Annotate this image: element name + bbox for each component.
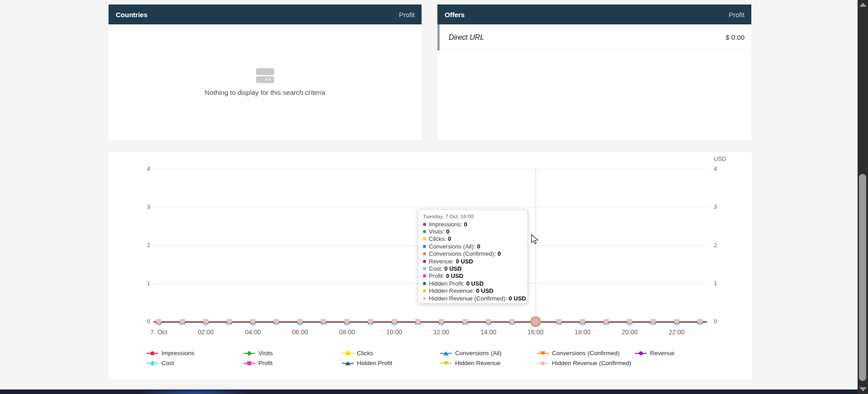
- data-point[interactable]: [227, 319, 232, 324]
- offers-metric-label[interactable]: Profit: [729, 11, 745, 19]
- data-point[interactable]: [650, 319, 656, 324]
- x-axis-tick-label: 14:00: [480, 328, 496, 336]
- tooltip-item: Conversions (Confirmed):0: [423, 250, 523, 258]
- offer-row[interactable]: Direct URL $ 0.00: [437, 24, 751, 51]
- tooltip-item: Hidden Revenue:0 USD: [423, 287, 523, 295]
- legend-square-icon: [346, 351, 350, 355]
- legend-label: Hidden Profit: [357, 360, 392, 366]
- tooltip-item: Revenue:0 USD: [423, 258, 523, 265]
- data-point[interactable]: [462, 319, 468, 324]
- offers-panel-body: Direct URL $ 0.00: [437, 24, 751, 140]
- tooltip-item-label: Cost:: [429, 265, 442, 272]
- chart-panel: USD 44332211007. Oct02:0004:0006:0008:00…: [109, 152, 752, 380]
- tooltip-items: Impressions:0 Visits:0 Clicks:0 Conversi…: [423, 220, 523, 302]
- chart-crosshair: [536, 169, 536, 322]
- legend-item-hidden-revenue[interactable]: Hidden Revenue: [440, 360, 501, 366]
- legend-label: Hidden Revenue (Confirmed): [552, 360, 631, 366]
- tooltip-item: Impressions:0: [423, 220, 523, 228]
- data-point[interactable]: [156, 319, 161, 324]
- offers-panel: Offers Profit Direct URL $ 0.00: [437, 5, 751, 140]
- legend-marker: [537, 350, 549, 356]
- data-point[interactable]: [392, 319, 397, 324]
- legend-tri-down-icon: [443, 361, 449, 365]
- countries-panel-title: Countries: [116, 11, 147, 19]
- legend-item-impressions[interactable]: Impressions: [147, 350, 194, 356]
- legend-label: Profit: [258, 360, 273, 366]
- offers-panel-title: Offers: [445, 11, 465, 19]
- scrollbar-down-arrow-icon[interactable]: [859, 387, 867, 391]
- legend-diamond-icon: [247, 351, 251, 356]
- countries-metric-label[interactable]: Profit: [399, 11, 415, 19]
- legend-item-revenue[interactable]: Revenue: [635, 350, 674, 356]
- legend-marker: [243, 350, 255, 356]
- scrollbar-thumb[interactable]: [859, 174, 866, 381]
- legend-label: Visits: [258, 350, 273, 356]
- tooltip-item-value: 0 USD: [466, 280, 484, 287]
- x-axis-tick-label: 7. Oct: [150, 328, 167, 336]
- series-color-bullet: [423, 252, 426, 255]
- legend-marker: [440, 350, 452, 356]
- legend-label: Revenue: [650, 350, 674, 356]
- data-point[interactable]: [580, 319, 585, 324]
- legend-item-conversions-all[interactable]: Conversions (All): [440, 350, 502, 356]
- data-point[interactable]: [627, 319, 632, 324]
- series-color-bullet: [423, 282, 426, 285]
- offer-name[interactable]: Direct URL: [449, 33, 484, 42]
- tooltip-item-value: 0: [448, 235, 451, 242]
- legend-item-cost[interactable]: Cost: [147, 360, 174, 366]
- tooltip-item-value: 0 USD: [509, 295, 526, 302]
- countries-panel-header: Countries Profit: [109, 5, 422, 24]
- legend-item-clicks[interactable]: Clicks: [342, 350, 373, 356]
- data-point[interactable]: [368, 319, 373, 324]
- tooltip-item-label: Conversions (All):: [429, 243, 475, 250]
- countries-empty-text: Nothing to display for this search crite…: [205, 89, 326, 96]
- data-point[interactable]: [274, 319, 279, 324]
- data-point[interactable]: [697, 319, 703, 324]
- data-point[interactable]: [509, 319, 515, 324]
- data-point[interactable]: [321, 319, 326, 324]
- tooltip-item-label: Visits:: [429, 228, 444, 235]
- data-point[interactable]: [486, 319, 491, 324]
- legend-marker: [537, 360, 549, 366]
- scrollbar-up-arrow-icon[interactable]: [859, 3, 867, 7]
- x-axis-tick-label: 18:00: [574, 328, 590, 336]
- legend-tri-up-icon: [443, 351, 449, 355]
- data-point[interactable]: [415, 319, 421, 324]
- legend-item-conversions-confirmed[interactable]: Conversions (Confirmed): [537, 350, 620, 356]
- series-color-bullet: [423, 267, 426, 270]
- y-axis-tick-label: 3: [714, 203, 717, 210]
- legend-item-profit[interactable]: Profit: [243, 360, 273, 366]
- data-point[interactable]: [344, 319, 350, 324]
- x-axis-tick-label: 16:00: [527, 328, 543, 336]
- y-axis-tick-label: 3: [123, 203, 150, 210]
- data-point[interactable]: [250, 319, 256, 324]
- tooltip-item-value: 0 USD: [444, 265, 461, 272]
- tooltip-item-label: Clicks:: [429, 235, 446, 242]
- y-axis-tick-label: 0: [714, 318, 717, 325]
- legend-marker: [243, 360, 255, 366]
- data-point[interactable]: [297, 319, 303, 324]
- countries-panel-body: Nothing to display for this search crite…: [109, 24, 422, 140]
- data-point[interactable]: [180, 319, 185, 324]
- gridline: [154, 207, 707, 207]
- data-point[interactable]: [203, 319, 209, 324]
- x-axis-line: [154, 322, 707, 323]
- series-color-bullet: [423, 223, 426, 226]
- y-axis-tick-label: 1: [123, 280, 150, 286]
- legend-square-icon: [247, 361, 251, 365]
- x-axis-tick-label: 08:00: [339, 328, 355, 336]
- tooltip-item-label: Revenue:: [429, 258, 454, 265]
- data-point[interactable]: [439, 319, 444, 324]
- data-point[interactable]: [603, 319, 609, 324]
- legend-item-visits[interactable]: Visits: [243, 350, 273, 356]
- highlighted-data-point[interactable]: [530, 316, 541, 327]
- legend-item-hidden-profit[interactable]: Hidden Profit: [342, 360, 392, 366]
- vertical-scrollbar[interactable]: [858, 0, 868, 394]
- x-axis-tick-label: 10:00: [386, 328, 402, 336]
- tooltip-item-label: Hidden Revenue:: [429, 287, 474, 294]
- gridline: [154, 169, 707, 169]
- data-point[interactable]: [556, 319, 562, 324]
- y-axis-tick-label: 1: [714, 280, 717, 286]
- data-point[interactable]: [674, 319, 679, 324]
- legend-item-hidden-revenue-confirmed[interactable]: Hidden Revenue (Confirmed): [537, 360, 631, 366]
